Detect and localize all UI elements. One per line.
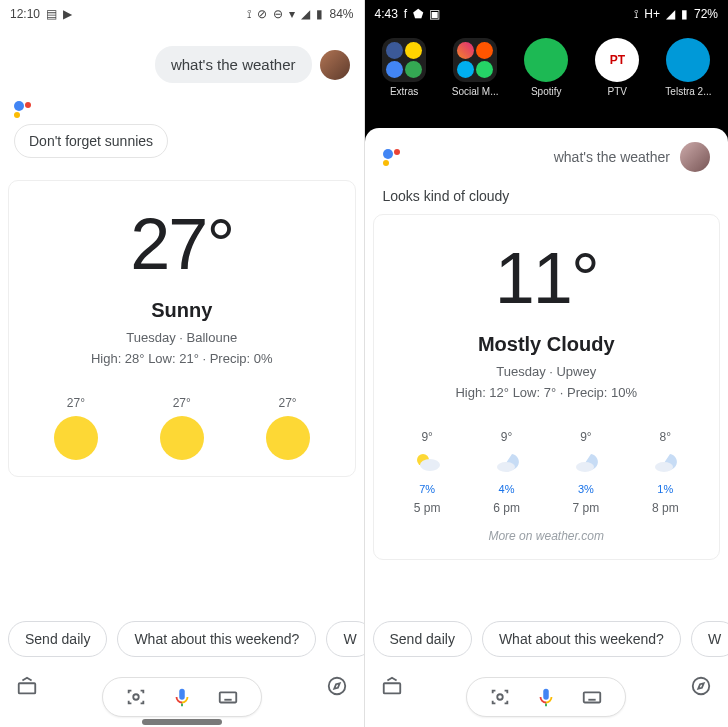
suggestion-chips: Send daily What about this weekend? W	[0, 611, 364, 667]
svg-rect-9	[383, 683, 400, 693]
day-location: Tuesday · Balloune	[23, 330, 341, 345]
status-time: 4:43	[375, 7, 398, 21]
phone-right: 4:43 f ⬟ ▣ ⟟ H+ ◢ ▮ 72% Extras Social M.…	[365, 0, 729, 727]
updates-icon[interactable]	[381, 675, 403, 701]
chip-weekend[interactable]: What about this weekend?	[117, 621, 316, 657]
svg-rect-11	[584, 692, 601, 702]
weather-card[interactable]: 27° Sunny Tuesday · Balloune High: 28° L…	[8, 180, 356, 477]
facebook-icon: f	[404, 7, 407, 21]
signal-icon: ◢	[301, 7, 310, 21]
chip-more[interactable]: W	[326, 621, 363, 657]
assistant-reply: Looks kind of cloudy	[365, 172, 729, 210]
hour-slot: 27°	[160, 396, 204, 460]
keyboard-icon[interactable]	[581, 686, 603, 708]
assistant-logo	[383, 149, 400, 166]
hi-lo-precip: High: 28° Low: 21° · Precip: 0%	[23, 351, 341, 366]
chip-send-daily[interactable]: Send daily	[8, 621, 107, 657]
svg-point-8	[655, 462, 673, 472]
svg-point-7	[576, 462, 594, 472]
sun-icon	[160, 416, 204, 460]
play-icon: ▶	[63, 7, 72, 21]
wifi-icon: ▾	[289, 7, 295, 21]
home-app-row: Extras Social M... Spotify PT PTV Telstr…	[365, 28, 729, 105]
sun-icon	[54, 416, 98, 460]
lens-icon[interactable]	[125, 686, 147, 708]
weather-card[interactable]: 11° Mostly Cloudy Tuesday · Upwey High: …	[373, 214, 721, 560]
condition: Mostly Cloudy	[388, 333, 706, 356]
hi-lo-precip: High: 12° Low: 7° · Precip: 10%	[388, 385, 706, 400]
lens-icon[interactable]	[489, 686, 511, 708]
chip-weekend[interactable]: What about this weekend?	[482, 621, 681, 657]
user-query-bubble: what's the weather	[155, 46, 312, 83]
network-type: H+	[644, 7, 660, 21]
svg-point-1	[133, 694, 139, 700]
chip-more[interactable]: W	[691, 621, 728, 657]
partly-cloudy-icon	[412, 450, 442, 477]
notif-icon: ▤	[46, 7, 57, 21]
svg-point-3	[328, 678, 345, 695]
sun-icon	[266, 416, 310, 460]
svg-point-6	[497, 462, 515, 472]
night-cloud-icon	[571, 450, 601, 477]
minus-icon: ⊖	[273, 7, 283, 21]
app-ptv[interactable]: PT PTV	[587, 38, 647, 97]
battery-pct: 72%	[694, 7, 718, 21]
battery-icon: ▮	[681, 7, 688, 21]
user-avatar[interactable]	[680, 142, 710, 172]
status-bar: 12:10 ▤ ▶ ⟟ ⊘ ⊖ ▾ ◢ ▮ 84%	[0, 0, 364, 28]
current-temp: 27°	[23, 203, 341, 285]
battery-pct: 84%	[329, 7, 353, 21]
condition: Sunny	[23, 299, 341, 322]
snapchat-icon: ⬟	[413, 7, 423, 21]
more-weather-link[interactable]: More on weather.com	[388, 529, 706, 543]
chip-send-daily[interactable]: Send daily	[373, 621, 472, 657]
svg-rect-2	[220, 692, 237, 702]
battery-icon: ▮	[316, 7, 323, 21]
updates-icon[interactable]	[16, 675, 38, 701]
hour-slot: 9° 3% 7 pm	[571, 430, 601, 515]
location-icon: ⟟	[247, 7, 251, 21]
hour-slot: 9° 7% 5 pm	[412, 430, 442, 515]
app-spotify[interactable]: Spotify	[516, 38, 576, 97]
assistant-logo	[14, 101, 350, 118]
status-time: 12:10	[10, 7, 40, 21]
night-cloud-icon	[650, 450, 680, 477]
svg-point-12	[693, 678, 710, 695]
assistant-reply: Don't forget sunnies	[14, 124, 168, 158]
keyboard-icon[interactable]	[217, 686, 239, 708]
bottom-toolbar	[0, 677, 364, 717]
night-cloud-icon	[492, 450, 522, 477]
location-icon: ⟟	[634, 7, 638, 21]
app-telstra[interactable]: Telstra 2...	[658, 38, 718, 97]
user-query-text: what's the weather	[554, 149, 670, 165]
user-avatar[interactable]	[320, 50, 350, 80]
mic-icon[interactable]	[535, 686, 557, 708]
app-folder-social[interactable]: Social M...	[445, 38, 505, 97]
explore-icon[interactable]	[690, 675, 712, 701]
assistant-panel: what's the weather Looks kind of cloudy …	[365, 128, 729, 727]
svg-point-10	[498, 694, 504, 700]
current-temp: 11°	[388, 237, 706, 319]
explore-icon[interactable]	[326, 675, 348, 701]
hour-slot: 8° 1% 8 pm	[650, 430, 680, 515]
app-folder-extras[interactable]: Extras	[374, 38, 434, 97]
hour-slot: 27°	[266, 396, 310, 460]
home-pill[interactable]	[142, 719, 222, 725]
signal-icon: ◢	[666, 7, 675, 21]
bottom-toolbar	[365, 677, 729, 717]
dnd-icon: ⊘	[257, 7, 267, 21]
day-location: Tuesday · Upwey	[388, 364, 706, 379]
svg-rect-0	[19, 683, 36, 693]
mic-icon[interactable]	[171, 686, 193, 708]
image-icon: ▣	[429, 7, 440, 21]
status-bar: 4:43 f ⬟ ▣ ⟟ H+ ◢ ▮ 72%	[365, 0, 729, 28]
phone-left: 12:10 ▤ ▶ ⟟ ⊘ ⊖ ▾ ◢ ▮ 84% what's the wea…	[0, 0, 365, 727]
suggestion-chips: Send daily What about this weekend? W	[365, 611, 729, 667]
hour-slot: 9° 4% 6 pm	[492, 430, 522, 515]
hour-slot: 27°	[54, 396, 98, 460]
svg-point-5	[420, 459, 440, 471]
user-message-row: what's the weather	[14, 46, 350, 83]
